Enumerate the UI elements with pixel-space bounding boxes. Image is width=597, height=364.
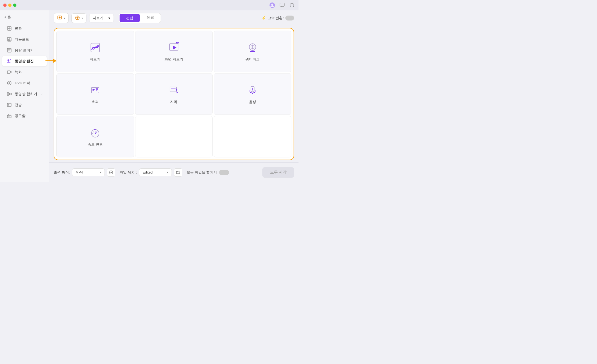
grid-cell-speed[interactable]: 속도 변경	[56, 116, 134, 157]
cut-label: 자르기	[93, 16, 103, 20]
compress-label: 용량 줄이기	[15, 48, 34, 53]
svg-rect-15	[10, 93, 11, 95]
add-media-button[interactable]: ▾	[71, 13, 86, 23]
svg-point-11	[7, 81, 11, 85]
main-content: ▾ ▾ 자르기 ▾ 편집 완료	[49, 10, 298, 182]
svg-point-38	[111, 172, 112, 173]
svg-rect-14	[7, 94, 9, 96]
sidebar-item-record[interactable]: 녹화	[2, 67, 47, 77]
fast-convert-toggle[interactable]	[285, 16, 294, 20]
audio-cell-label: 음성	[249, 99, 256, 104]
svg-rect-7	[7, 48, 11, 52]
grid-cell-audio[interactable]: 음성	[214, 73, 291, 115]
output-format-field: 출력 형식: MP4 ▾	[54, 168, 115, 177]
sidebar-item-convert[interactable]: 변환	[2, 23, 47, 34]
output-format-value: MP4	[76, 170, 83, 174]
minimize-button[interactable]	[8, 4, 11, 7]
sidebar: < 홈 변환 다운로드	[0, 10, 49, 182]
add-media-icon	[75, 15, 80, 21]
subtitle-cell-label: 자막	[170, 99, 177, 104]
sidebar-item-dvd[interactable]: DVD 버너	[2, 78, 47, 88]
tool-grid: 자르기 화면 자르기	[54, 28, 294, 160]
screen-cut-cell-icon	[167, 41, 180, 54]
download-label: 다운로드	[15, 37, 29, 42]
sidebar-item-compress[interactable]: 용량 줄이기	[2, 45, 47, 55]
watermark-cell-label: 워터마크	[245, 57, 260, 62]
grid-cell-cut[interactable]: 자르기	[56, 31, 134, 72]
grid-cell-empty1	[135, 116, 213, 157]
svg-point-12	[9, 83, 10, 84]
sidebar-item-download[interactable]: 다운로드	[2, 34, 47, 45]
avatar-icon[interactable]	[269, 2, 276, 8]
svg-rect-4	[293, 5, 294, 7]
download-icon	[7, 37, 12, 42]
dvd-label: DVD 버너	[15, 81, 30, 86]
svg-rect-10	[7, 71, 10, 74]
file-location-select[interactable]: Edited ▾	[139, 168, 172, 176]
merge-label: 동영상 합치기	[15, 92, 37, 96]
scissors-icon	[7, 58, 12, 64]
sidebar-home[interactable]: < 홈	[0, 13, 49, 23]
effects-cell-label: 효과	[92, 99, 99, 104]
sidebar-item-merge[interactable]: 동영상 합치기 ‹	[2, 89, 47, 99]
output-format-chevron: ▾	[100, 171, 101, 174]
grid-cell-screen-cut[interactable]: 화면 자르기	[135, 31, 213, 72]
transfer-label: 전송	[15, 102, 22, 107]
convert-icon	[7, 26, 12, 31]
bottom-bar: 출력 형식: MP4 ▾ 파일 위치 : Edited ▾	[49, 162, 298, 182]
close-button[interactable]	[3, 4, 7, 7]
speed-cell-icon	[89, 126, 102, 139]
cut-dropdown[interactable]: 자르기 ▾	[89, 14, 114, 22]
merge-icon	[7, 91, 12, 97]
convert-label: 변환	[15, 26, 22, 31]
file-location-chevron: ▾	[167, 171, 168, 174]
merge-toggle-switch[interactable]	[219, 170, 229, 175]
video-edit-label: 동영상 편집	[15, 59, 34, 64]
grid-cell-empty2	[214, 116, 291, 157]
screen-cut-cell-label: 화면 자르기	[164, 57, 183, 62]
sidebar-item-toolbox[interactable]: 공구함	[2, 111, 47, 121]
effects-cell-icon	[89, 84, 102, 97]
traffic-lights	[3, 4, 16, 7]
start-button[interactable]: 모두 시작	[262, 167, 294, 178]
chat-icon[interactable]	[279, 2, 285, 8]
output-settings-button[interactable]	[107, 168, 115, 177]
output-format-select[interactable]: MP4 ▾	[72, 168, 105, 176]
grid-cell-watermark[interactable]: 워터마크	[214, 31, 291, 72]
grid-cell-subtitle[interactable]: 자막	[135, 73, 213, 115]
sidebar-item-transfer[interactable]: 전송	[2, 100, 47, 110]
cut-chevron: ▾	[108, 16, 110, 20]
record-icon	[7, 69, 12, 75]
sidebar-item-video-edit[interactable]: 동영상 편집	[2, 56, 47, 66]
output-format-label: 출력 형식:	[54, 170, 70, 175]
audio-cell-icon	[246, 84, 259, 97]
content-area: 자르기 화면 자르기	[49, 26, 298, 162]
cut-cell-label: 자르기	[90, 57, 100, 62]
svg-rect-18	[9, 116, 10, 117]
svg-marker-25	[173, 45, 176, 50]
add-media-chevron: ▾	[82, 17, 83, 20]
svg-rect-17	[7, 115, 11, 118]
arrow-indicator	[45, 57, 59, 66]
collapse-icon[interactable]: ‹	[41, 92, 42, 96]
svg-rect-2	[280, 3, 284, 6]
fast-convert-label: 고속 변환:	[268, 16, 284, 20]
fast-convert: ⚡ 고속 변환:	[261, 16, 294, 20]
merge-label: 모든 파일을 합치기	[187, 170, 217, 175]
add-video-chevron: ▾	[64, 17, 65, 20]
svg-point-36	[95, 133, 96, 134]
file-location-label: 파일 위치 :	[120, 170, 137, 175]
browse-folder-button[interactable]	[174, 168, 182, 177]
grid-cell-effects[interactable]: 효과	[56, 73, 134, 115]
watermark-cell-icon	[246, 41, 259, 54]
maximize-button[interactable]	[13, 4, 16, 7]
headphones-icon[interactable]	[289, 2, 295, 8]
cut-cell-icon	[89, 41, 102, 54]
toolbox-icon	[7, 113, 12, 119]
tab-edit[interactable]: 편집	[120, 14, 140, 22]
tab-done[interactable]: 완료	[140, 13, 161, 23]
file-location-value: Edited	[143, 170, 153, 174]
add-video-button[interactable]: ▾	[54, 13, 69, 23]
svg-rect-13	[7, 92, 9, 94]
app-body: < 홈 변환 다운로드	[0, 10, 298, 182]
